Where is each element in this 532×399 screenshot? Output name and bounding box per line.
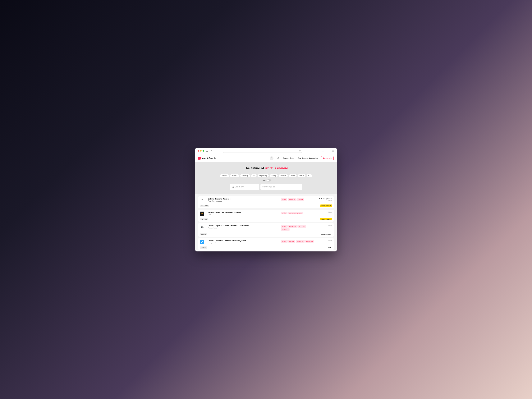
- browser-chrome: [195, 148, 337, 154]
- job-tags: contractest (utc -5)cst (utc -6)mst (utc…: [281, 225, 314, 231]
- search-icon: [232, 186, 234, 188]
- logo-mark-icon: [198, 157, 202, 160]
- job-title: Golang Backend Developer: [208, 198, 279, 200]
- category-pill[interactable]: Fullstack: [279, 174, 288, 177]
- salary-toggle[interactable]: [267, 179, 271, 182]
- job-card[interactable]: 🦝Remote Experienced Full-Stack Rails Dev…: [198, 223, 334, 237]
- job-card[interactable]: Remote Senior Site Reliability EngineerC…: [198, 210, 334, 222]
- location-badge: North America: [320, 233, 332, 235]
- reload-icon[interactable]: [299, 150, 301, 152]
- category-pill[interactable]: QA: [307, 174, 312, 177]
- site-header: remotefront.io Remote Jobs Top Remote Co…: [195, 154, 337, 162]
- job-tag[interactable]: mst (utc -7): [281, 228, 290, 231]
- posted-age: 4 days: [315, 200, 332, 202]
- new-tab-icon[interactable]: [326, 149, 329, 152]
- category-pill[interactable]: Mobile: [289, 174, 297, 177]
- company-logo: 🦝: [200, 225, 204, 229]
- forward-button[interactable]: [214, 149, 217, 152]
- minimize-window-button[interactable]: [200, 150, 202, 152]
- theme-toggle-icon[interactable]: [270, 156, 273, 160]
- hero-title-prefix: The future of: [244, 166, 265, 170]
- job-tag[interactable]: Backend: [297, 198, 304, 201]
- salary-text: $75.0k - $115.0k: [315, 198, 332, 200]
- category-pill[interactable]: Frontend: [220, 174, 229, 177]
- salary-label: Salary: [261, 179, 266, 181]
- posted-age: 4 days: [315, 211, 332, 213]
- job-tag[interactable]: usa only: [288, 240, 295, 243]
- job-title: Remote Experienced Full-Stack Rails Deve…: [208, 225, 279, 227]
- traffic-lights: [197, 150, 204, 152]
- job-tag[interactable]: Developer: [288, 198, 296, 201]
- hero-title: The future of work is remote: [198, 166, 334, 170]
- job-tag[interactable]: est (utc -5): [296, 240, 304, 243]
- browser-window: remotefront.io Remote Jobs Top Remote Co…: [195, 148, 337, 252]
- employment-type-badge: Full-Time: [200, 218, 208, 220]
- category-pill[interactable]: Writing: [270, 174, 278, 177]
- svg-rect-8: [333, 151, 334, 152]
- company-logo: [200, 240, 204, 244]
- location-badge: 100% Remote: [320, 218, 332, 220]
- category-pill[interactable]: Others: [298, 174, 305, 177]
- tag-placeholder: Start typing a tag: [262, 186, 275, 188]
- job-listings: TGolang Backend DeveloperTempMee Hygieni…: [195, 194, 337, 250]
- category-pill[interactable]: UX: [251, 174, 257, 177]
- company-logo: T: [200, 198, 204, 202]
- hero-title-accent: work is remote: [265, 166, 288, 170]
- job-card[interactable]: Remote Freelance Content writer/Copywrit…: [198, 238, 334, 250]
- address-bar[interactable]: [223, 149, 302, 153]
- company-name: Contra: [208, 214, 279, 215]
- job-tags: golangDeveloperBackend: [281, 198, 314, 202]
- search-row: Start typing a tag: [198, 184, 334, 190]
- svg-marker-11: [201, 213, 203, 215]
- job-tag[interactable]: contract: [281, 225, 288, 228]
- back-button[interactable]: [210, 149, 213, 152]
- tag-select[interactable]: Start typing a tag: [260, 184, 302, 190]
- search-input[interactable]: [235, 186, 257, 188]
- job-card[interactable]: TGolang Backend DeveloperTempMee Hygieni…: [198, 196, 334, 208]
- job-tag[interactable]: est (utc -5): [288, 225, 297, 228]
- tabs-overview-icon[interactable]: [331, 149, 335, 152]
- job-tag[interactable]: devops and sysadmin: [288, 212, 303, 214]
- job-tags: contractusa onlyest (utc -5)cst (utc -6): [281, 240, 314, 244]
- job-title: Remote Freelance Content writer/Copywrit…: [208, 240, 279, 242]
- maximize-window-button[interactable]: [203, 150, 204, 152]
- svg-rect-6: [333, 150, 334, 151]
- company-name: Livingston Research: [208, 242, 279, 244]
- category-pills: FrontendBackendMarketingUXEngineeringWri…: [198, 174, 334, 177]
- location-badge: USA: [327, 246, 332, 249]
- chevron-down-icon: [298, 185, 301, 189]
- employment-type-badge: Contract: [200, 247, 207, 249]
- post-job-button[interactable]: Post a job: [321, 156, 334, 160]
- employment-type-badge: FULL_TIME: [200, 205, 209, 207]
- location-badge: 100% Remote: [320, 204, 332, 207]
- employment-type-badge: Contract: [200, 233, 207, 235]
- close-window-button[interactable]: [197, 150, 199, 152]
- twitter-icon[interactable]: [276, 156, 280, 160]
- svg-line-10: [233, 187, 234, 188]
- category-pill[interactable]: Engineering: [258, 174, 269, 177]
- nav-remote-jobs[interactable]: Remote Jobs: [282, 157, 295, 160]
- svg-rect-7: [332, 151, 333, 152]
- salary-filter-row: Salary: [198, 179, 334, 182]
- share-icon[interactable]: [321, 149, 324, 152]
- search-input-wrap: [230, 184, 259, 190]
- category-pill[interactable]: Backend: [230, 174, 239, 177]
- job-tag[interactable]: cst (utc -6): [298, 225, 306, 228]
- posted-age: 4 days: [315, 225, 332, 226]
- posted-age: 4 days: [315, 240, 332, 241]
- company-logo: [200, 212, 204, 216]
- svg-rect-5: [332, 150, 333, 151]
- job-tags: full-timedevops and sysadmin: [281, 211, 314, 216]
- nav-top-companies[interactable]: Top Remote Companies: [297, 157, 319, 160]
- job-tag[interactable]: full-time: [281, 212, 287, 214]
- company-name: Tanooki Labs: [208, 227, 279, 229]
- category-pill[interactable]: Marketing: [240, 174, 250, 177]
- svg-point-9: [232, 186, 234, 187]
- job-tag[interactable]: golang: [281, 198, 287, 201]
- job-title: Remote Senior Site Reliability Engineer: [208, 211, 279, 213]
- sidebar-toggle-icon[interactable]: [205, 149, 209, 152]
- job-tag[interactable]: cst (utc -6): [305, 240, 314, 243]
- job-tag[interactable]: contract: [281, 240, 288, 243]
- site-logo[interactable]: remotefront.io: [198, 157, 216, 160]
- brand-text: remotefront.io: [202, 157, 216, 159]
